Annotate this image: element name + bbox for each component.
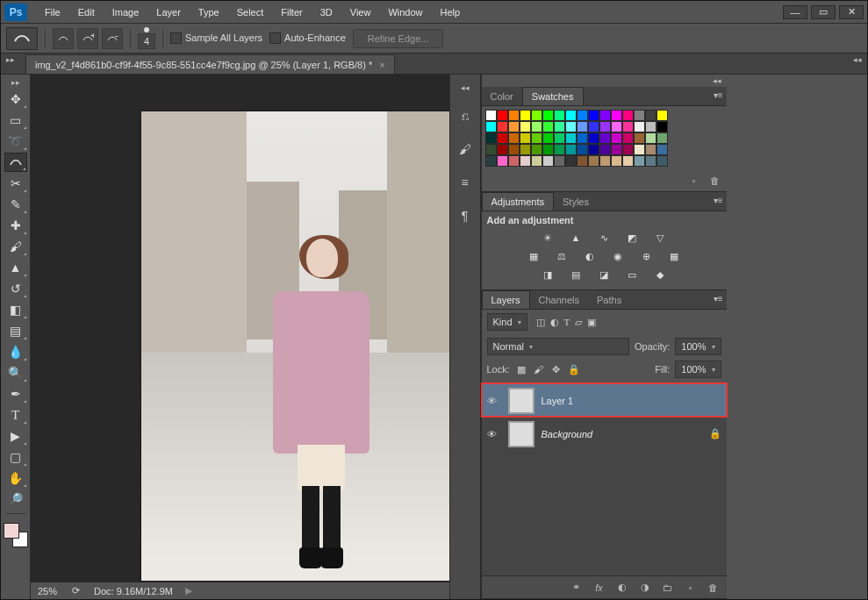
- swatch[interactable]: [588, 132, 599, 144]
- swatch[interactable]: [577, 144, 588, 155]
- swatch[interactable]: [565, 144, 577, 155]
- rectangle-tool[interactable]: ▢: [4, 447, 27, 467]
- swatch[interactable]: [520, 144, 531, 155]
- swatch[interactable]: [485, 110, 497, 121]
- layer-row[interactable]: 👁Background🔒: [482, 417, 727, 450]
- menu-layer[interactable]: Layer: [147, 4, 190, 21]
- swatch[interactable]: [645, 155, 656, 167]
- swatch[interactable]: [588, 121, 599, 132]
- photo-filter-icon[interactable]: ◉: [610, 251, 626, 262]
- document-tab[interactable]: img_v2_f4d861b0-cf9f-4f55-9c85-551cc4e7f…: [25, 54, 395, 74]
- swatch[interactable]: [645, 110, 656, 121]
- posterize-icon[interactable]: ▤: [568, 269, 584, 281]
- dock-collapse-icon[interactable]: ◂◂: [461, 83, 470, 92]
- marquee-tool[interactable]: ▭: [4, 111, 27, 130]
- new-layer-icon[interactable]: ▫: [685, 582, 697, 593]
- move-tool[interactable]: ✥: [4, 89, 27, 109]
- clone-stamp-tool[interactable]: ▲: [4, 258, 27, 277]
- swatch[interactable]: [645, 132, 656, 144]
- canvas-area[interactable]: 25% ⟳ Doc: 9.16M/12.9M ▶: [31, 75, 449, 599]
- swatch[interactable]: [531, 155, 542, 167]
- new-swatch-icon[interactable]: ▫: [688, 175, 700, 186]
- swatch[interactable]: [577, 155, 588, 167]
- filter-smart-icon[interactable]: ▣: [587, 317, 596, 328]
- brush-panel-icon[interactable]: 🖌: [456, 139, 475, 159]
- swatch[interactable]: [508, 121, 520, 132]
- swatch[interactable]: [497, 110, 508, 121]
- pen-tool[interactable]: ✒: [4, 384, 27, 404]
- gradient-map-icon[interactable]: ▭: [624, 269, 640, 281]
- blend-mode-dropdown[interactable]: Normal▾: [487, 338, 630, 355]
- swatch[interactable]: [645, 144, 656, 155]
- gradient-tool[interactable]: ▤: [4, 321, 27, 340]
- swatch[interactable]: [611, 132, 622, 144]
- layer-filter-dropdown[interactable]: Kind▾: [487, 313, 527, 331]
- swatch[interactable]: [577, 121, 588, 132]
- sample-all-layers-checkbox[interactable]: Sample All Layers: [170, 32, 262, 45]
- swatch[interactable]: [497, 155, 508, 167]
- auto-enhance-checkbox[interactable]: Auto-Enhance: [269, 32, 346, 45]
- swatch[interactable]: [656, 144, 668, 155]
- swatch[interactable]: [497, 144, 508, 155]
- levels-icon[interactable]: ▲: [568, 232, 584, 244]
- swatch[interactable]: [634, 110, 645, 121]
- swatch[interactable]: [588, 144, 599, 155]
- swatch[interactable]: [622, 132, 634, 144]
- lock-pixels-icon[interactable]: 🖌: [533, 364, 545, 375]
- swatch[interactable]: [634, 155, 645, 167]
- swatch[interactable]: [622, 155, 634, 167]
- layer-row[interactable]: 👁Layer 1: [482, 383, 727, 417]
- swatch[interactable]: [611, 121, 622, 132]
- selective-color-icon[interactable]: ◆: [652, 269, 668, 281]
- swatch[interactable]: [531, 121, 542, 132]
- swatch[interactable]: [554, 144, 565, 155]
- path-selection-tool[interactable]: ▶: [4, 426, 27, 446]
- swatch[interactable]: [634, 132, 645, 144]
- swatch[interactable]: [611, 144, 622, 155]
- swatch[interactable]: [520, 121, 531, 132]
- swatch[interactable]: [656, 121, 668, 132]
- swatch[interactable]: [508, 155, 520, 167]
- swatch[interactable]: [542, 155, 554, 167]
- layer-thumbnail[interactable]: [508, 388, 534, 414]
- collapse-left-icon[interactable]: ▸▸: [6, 55, 15, 64]
- swatch[interactable]: [508, 144, 520, 155]
- swatch[interactable]: [565, 155, 577, 167]
- history-brush-tool[interactable]: ↺: [4, 279, 27, 298]
- brush-presets-panel-icon[interactable]: ≡: [456, 173, 475, 192]
- swatch[interactable]: [656, 110, 668, 121]
- layer-mask-icon[interactable]: ◐: [616, 582, 628, 593]
- filter-pixel-icon[interactable]: ◫: [536, 317, 545, 328]
- menu-filter[interactable]: Filter: [272, 4, 311, 21]
- swatch[interactable]: [531, 110, 542, 121]
- swatch[interactable]: [599, 155, 611, 167]
- swatch[interactable]: [485, 121, 497, 132]
- swatch[interactable]: [497, 121, 508, 132]
- hand-tool[interactable]: ✋: [4, 468, 27, 488]
- layer-style-icon[interactable]: fx: [593, 582, 606, 593]
- brush-size-field[interactable]: 4: [138, 33, 155, 49]
- swatch[interactable]: [599, 110, 611, 121]
- panel-menu-icon[interactable]: ▾≡: [714, 196, 723, 205]
- delete-swatch-icon[interactable]: 🗑: [709, 175, 721, 186]
- brightness-contrast-icon[interactable]: ☀: [540, 232, 556, 244]
- swatch[interactable]: [542, 110, 554, 121]
- swatch[interactable]: [565, 132, 577, 144]
- tab-color[interactable]: Color: [482, 88, 522, 105]
- close-tab-icon[interactable]: ×: [379, 60, 384, 70]
- refine-edge-button[interactable]: Refine Edge...: [353, 29, 444, 48]
- threshold-icon[interactable]: ◪: [596, 269, 612, 281]
- swatch[interactable]: [520, 110, 531, 121]
- tab-channels[interactable]: Channels: [530, 291, 588, 309]
- status-info-icon[interactable]: ⟳: [69, 585, 82, 596]
- subtract-from-selection-button[interactable]: -: [102, 28, 123, 49]
- swatch[interactable]: [542, 132, 554, 144]
- color-balance-icon[interactable]: ⚖: [554, 251, 570, 262]
- window-close[interactable]: ✕: [839, 5, 864, 19]
- lock-all-icon[interactable]: 🔒: [568, 364, 580, 375]
- swatch[interactable]: [577, 132, 588, 144]
- swatch[interactable]: [554, 110, 565, 121]
- foreground-color-swatch[interactable]: [4, 523, 19, 539]
- new-fill-adjustment-icon[interactable]: ◑: [639, 582, 651, 593]
- tab-layers[interactable]: Layers: [482, 290, 530, 309]
